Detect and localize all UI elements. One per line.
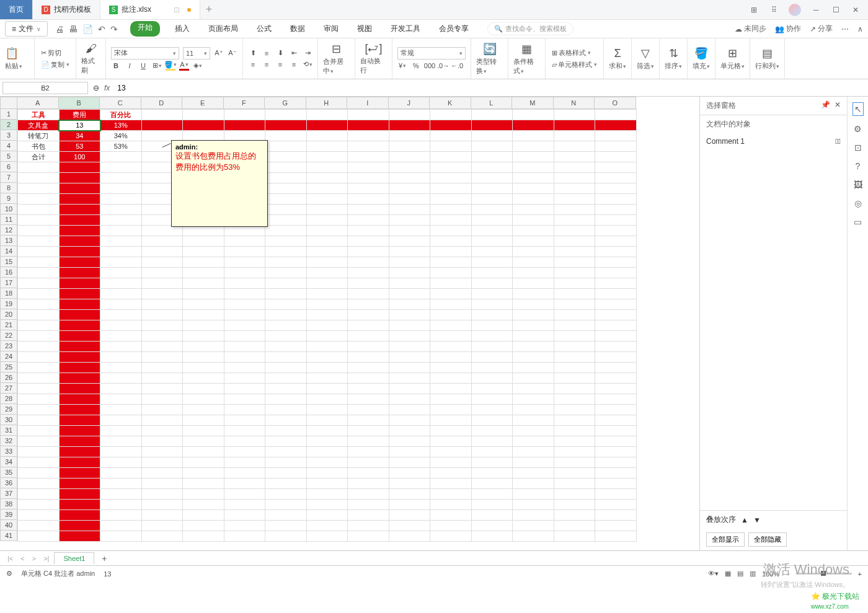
cell[interactable] [100,478,142,489]
cell[interactable] [430,310,472,320]
cell[interactable] [59,194,100,205]
align-left-icon[interactable]: ≡ [248,60,258,69]
cell[interactable] [430,205,472,215]
sort-icon[interactable]: ⇅ [669,46,678,60]
cell[interactable] [513,342,554,352]
cell[interactable] [389,183,430,194]
cell[interactable] [389,236,430,247]
cell[interactable] [348,331,389,342]
cell[interactable] [348,352,389,363]
cell[interactable] [183,531,224,542]
cell[interactable] [513,289,554,299]
cell[interactable] [265,405,307,415]
cell[interactable] [141,289,183,299]
wrap-icon[interactable]: [⮐] [365,42,382,55]
cell[interactable]: 13% [100,120,142,131]
list-item[interactable]: Comment 1 👁̶ [700,133,847,149]
cell[interactable] [430,278,472,289]
cell[interactable] [554,331,595,342]
pin-icon[interactable]: 📌 [821,100,830,109]
cell[interactable] [430,521,472,531]
cell[interactable] [265,468,307,478]
cell[interactable] [100,405,142,415]
col-header-N[interactable]: N [554,97,595,109]
cell[interactable] [306,531,348,542]
tab-view[interactable]: 视图 [353,21,376,37]
settings-icon[interactable]: ⚙ [854,124,862,134]
cell[interactable]: 转笔刀 [18,131,60,141]
cell[interactable] [430,510,472,521]
cell[interactable] [430,447,472,457]
cell[interactable] [389,120,430,131]
row-header[interactable]: 5 [0,151,17,162]
cell[interactable] [595,310,637,320]
cell[interactable] [595,236,637,247]
cell[interactable] [224,447,265,457]
eye-icon[interactable]: 👁▾ [708,570,719,578]
cell[interactable] [306,468,348,478]
cell[interactable] [183,257,224,268]
row-header[interactable]: 17 [0,278,17,288]
cell[interactable] [59,173,100,183]
cell[interactable] [348,394,389,405]
cell[interactable] [265,268,307,278]
cell[interactable] [513,394,554,405]
cell[interactable] [554,363,595,373]
row-header[interactable]: 30 [0,415,17,425]
cell[interactable] [513,521,554,531]
document-tab[interactable]: S 批注.xlsx ⊡ [100,0,200,19]
cell[interactable] [430,352,472,363]
row-header[interactable]: 25 [0,362,17,373]
cell[interactable] [389,173,430,183]
cell[interactable] [348,110,389,120]
cell[interactable] [389,141,430,152]
cell[interactable] [265,384,307,394]
cell[interactable] [183,510,224,521]
cell[interactable] [471,215,513,226]
cell[interactable] [306,205,348,215]
cell[interactable] [224,384,265,394]
cell[interactable] [595,394,637,405]
cell[interactable] [348,447,389,457]
cell[interactable] [18,436,60,447]
font-size-select[interactable]: 11▾ [183,47,210,60]
row-header[interactable]: 14 [0,246,17,257]
cell[interactable] [141,521,183,531]
cell[interactable] [59,183,100,194]
cell[interactable] [141,110,183,120]
cell[interactable] [224,478,265,489]
cell[interactable] [348,363,389,373]
cell[interactable] [306,236,348,247]
cell[interactable] [224,331,265,342]
cell[interactable] [430,363,472,373]
cell[interactable] [224,226,265,236]
pointer-icon[interactable]: ↖ [853,103,863,115]
undo-icon[interactable]: ↶ [98,24,105,34]
cell[interactable] [513,500,554,510]
cell[interactable] [513,436,554,447]
cell[interactable] [265,194,307,205]
cell[interactable] [513,152,554,162]
cell[interactable] [141,278,183,289]
row-header[interactable]: 13 [0,236,17,246]
cell[interactable] [389,152,430,162]
cell[interactable] [265,363,307,373]
cell[interactable] [306,173,348,183]
cell[interactable] [389,500,430,510]
cell[interactable] [471,247,513,257]
cell[interactable] [554,173,595,183]
cell[interactable] [59,373,100,384]
view-normal-icon[interactable]: ▦ [725,570,731,578]
cell[interactable] [513,110,554,120]
cell[interactable] [595,152,637,162]
cell[interactable] [59,415,100,426]
cell[interactable] [554,468,595,478]
cell[interactable] [513,236,554,247]
tab-insert[interactable]: 插入 [171,21,193,37]
cell[interactable] [595,247,637,257]
cell[interactable] [554,489,595,500]
cell[interactable] [554,131,595,141]
move-down-icon[interactable]: ▼ [753,516,761,524]
cell[interactable]: 工具 [18,110,60,120]
cell[interactable] [265,447,307,457]
